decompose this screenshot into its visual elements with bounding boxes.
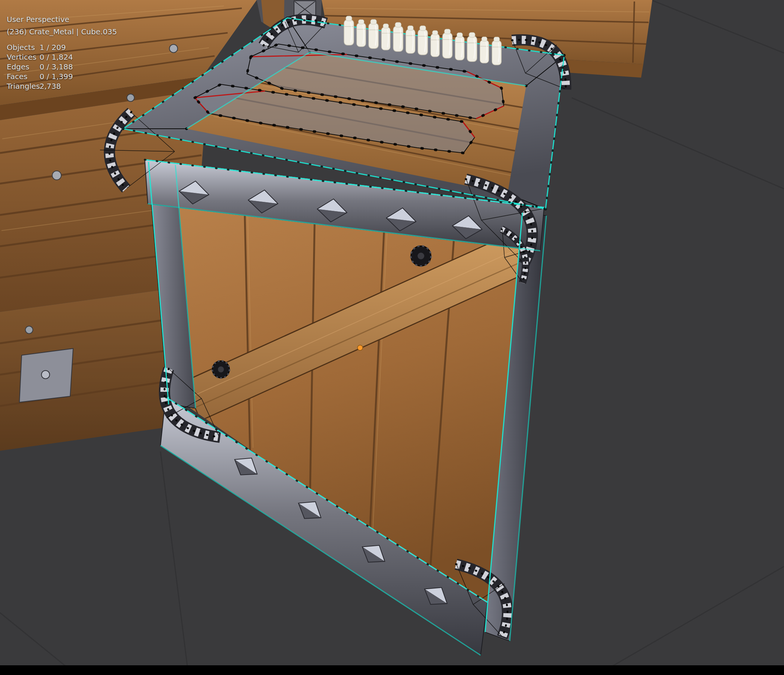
- stat-label: Triangles: [7, 82, 40, 91]
- bottle: [406, 26, 415, 53]
- stat-value: 0 / 1,399: [40, 72, 73, 81]
- bottle: [492, 37, 501, 65]
- stat-row-objects: Objects 1 / 209: [7, 42, 117, 52]
- stat-label: Edges: [7, 62, 40, 72]
- bottle: [357, 19, 366, 47]
- application-window: User Perspective (236) Crate_Metal | Cub…: [0, 0, 784, 675]
- bottle: [443, 29, 452, 58]
- stat-row-faces: Faces 0 / 1,399: [7, 72, 117, 81]
- bolt-icon: [52, 171, 61, 180]
- viewport-stats-overlay: User Perspective (236) Crate_Metal | Cub…: [7, 15, 117, 91]
- bottle: [369, 19, 378, 48]
- bottle: [480, 37, 488, 63]
- view-mode-label: User Perspective: [7, 15, 117, 24]
- stat-row-edges: Edges 0 / 3,188: [7, 62, 117, 72]
- stat-label: Objects: [7, 43, 40, 52]
- stat-value: 2,738: [40, 82, 61, 91]
- viewport-3d[interactable]: [0, 0, 784, 675]
- stat-row-vertices: Vertices 0 / 1,824: [7, 52, 117, 62]
- bottle: [467, 33, 477, 62]
- origin-point: [358, 345, 363, 350]
- stat-row-triangles: Triangles 2,738: [7, 81, 117, 91]
- stat-value: 0 / 3,188: [40, 62, 73, 72]
- bolt-icon: [41, 370, 50, 379]
- bolt-icon: [170, 44, 177, 53]
- stats-block: Objects 1 / 209 Vertices 0 / 1,824 Edges…: [7, 42, 117, 91]
- stat-label: Faces: [7, 72, 40, 81]
- bottle: [381, 24, 390, 50]
- bottom-bar: [0, 665, 784, 675]
- bottle: [393, 22, 403, 51]
- bolt-gear-icon: [411, 246, 431, 266]
- bottle: [344, 16, 354, 45]
- bottle: [431, 31, 439, 57]
- stat-label: Vertices: [7, 53, 40, 62]
- stat-value: 1 / 209: [40, 43, 66, 52]
- bottle: [455, 33, 464, 60]
- bolt-icon: [127, 94, 134, 101]
- bolt-icon: [25, 326, 33, 334]
- active-object-label: (236) Crate_Metal | Cube.035: [7, 27, 117, 37]
- bolt-gear-icon: [212, 361, 230, 378]
- stat-value: 0 / 1,824: [40, 53, 73, 62]
- bottle: [418, 26, 428, 55]
